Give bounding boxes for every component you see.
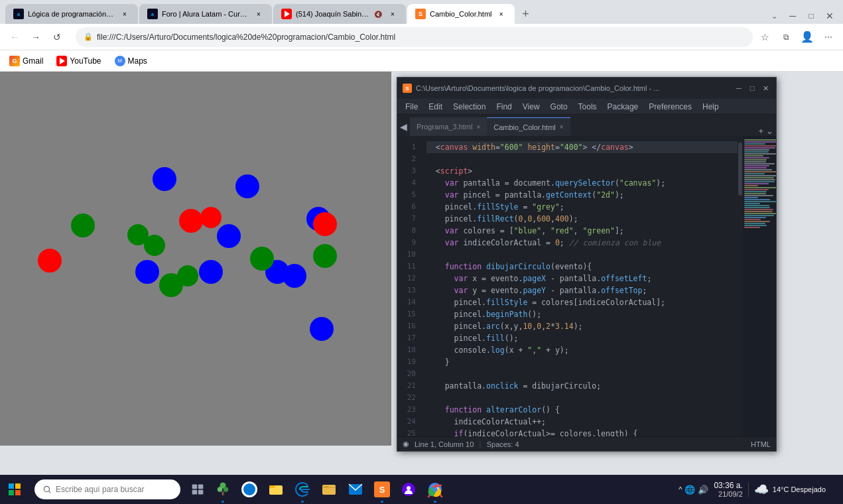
minimap-line — [744, 175, 776, 176]
tab-2-favicon: a — [147, 9, 158, 19]
tab-3-close[interactable]: × — [387, 9, 398, 19]
minimap-line — [744, 155, 763, 157]
menu-find[interactable]: Find — [491, 99, 517, 114]
window-maximize-button[interactable]: □ — [803, 8, 819, 24]
sublime-tab-2[interactable]: Cambio_Color.html × — [487, 117, 570, 136]
tab-1[interactable]: a Lógica de programación parte 3... × — [5, 4, 138, 24]
new-tab-button[interactable]: + — [516, 4, 536, 24]
tab-4-favicon: S — [415, 9, 426, 19]
address-bar[interactable]: 🔒 file:///C:/Users/Arturo/Documents/logi… — [76, 27, 753, 47]
start-button[interactable] — [0, 475, 29, 504]
sublime-tab-1-close[interactable]: × — [476, 123, 480, 131]
extensions-button[interactable]: ⧉ — [777, 28, 795, 46]
code-content[interactable]: <canvas width="600" height="400"> </canv… — [421, 136, 738, 436]
line-number: 16 — [397, 320, 421, 332]
sublime-active-indicator — [381, 501, 383, 503]
sublime-tab-2-close[interactable]: × — [560, 123, 564, 131]
window-close-button[interactable]: ✕ — [822, 8, 838, 24]
nav-bar: ← → ↺ 🔒 file:///C:/Users/Arturo/Document… — [0, 24, 843, 50]
tab-1-close[interactable]: × — [119, 9, 130, 19]
line-number: 17 — [397, 332, 421, 344]
tab-4-close[interactable]: × — [496, 9, 507, 19]
edge-active-indicator — [301, 501, 304, 503]
tab-3[interactable]: (514) Joaquín Sabina - 19 Di... 🔇 × — [273, 4, 406, 24]
sublime-tab-list-button[interactable]: ⌄ — [766, 126, 773, 136]
status-separator-1: | — [479, 439, 481, 449]
status-indicator: ◉ — [403, 440, 409, 448]
taskbar-app-edge[interactable] — [289, 475, 316, 504]
code-line: function alterarColor() { — [426, 404, 738, 416]
taskbar-app-cortana[interactable] — [236, 475, 263, 504]
sublime-new-tab-button[interactable]: + — [758, 126, 763, 136]
line-number: 6 — [397, 201, 421, 213]
minimap-line — [744, 151, 769, 153]
sublime-minimize-button[interactable]: ─ — [734, 83, 744, 94]
code-line: if(indiceColorActual>= colores.length) { — [426, 428, 738, 436]
menu-help[interactable]: Help — [697, 99, 724, 114]
sublime-maximize-button[interactable]: □ — [747, 83, 757, 94]
sublime-tab-nav-left[interactable]: ◀ — [400, 121, 407, 132]
code-editor[interactable]: 1234567891011121314151617181920212223242… — [397, 136, 743, 436]
minimap-line — [744, 197, 758, 198]
tab-search-button[interactable]: ⌄ — [766, 8, 782, 24]
canvas-preview[interactable] — [0, 72, 391, 446]
taskbar-app-chrome[interactable] — [422, 475, 448, 504]
bookmark-maps[interactable]: M Maps — [111, 54, 151, 68]
bookmark-button[interactable]: ☆ — [755, 28, 774, 46]
menu-package[interactable]: Package — [602, 99, 644, 114]
bookmark-gmail-label: Gmail — [23, 56, 43, 66]
tab-4-label: Cambio_Color.html — [430, 10, 492, 18]
sublime-menu-bar: File Edit Selection Find View Goto Tools… — [397, 99, 776, 115]
menu-file[interactable]: File — [400, 99, 423, 114]
menu-tools[interactable]: Tools — [573, 99, 602, 114]
bookmark-gmail[interactable]: G Gmail — [5, 54, 47, 68]
taskbar-app-explorer[interactable] — [263, 475, 289, 504]
clock[interactable]: 03:36 a. 21/09/2 — [714, 481, 742, 498]
profile-button[interactable]: 👤 — [798, 28, 816, 46]
menu-edit[interactable]: Edit — [423, 99, 448, 114]
code-line: var indiceColorActual = 0; // comienza c… — [426, 237, 738, 249]
bookmark-youtube[interactable]: YouTube — [52, 54, 105, 68]
taskbar-app-file-explorer[interactable] — [316, 475, 342, 504]
window-minimize-button[interactable]: ─ — [785, 8, 801, 24]
scrollbar[interactable] — [738, 136, 743, 436]
cortana-icon — [241, 481, 257, 497]
tab-2-close[interactable]: × — [253, 9, 264, 19]
taskbar-app-agent[interactable] — [395, 475, 422, 504]
show-desktop-button[interactable] — [831, 475, 835, 504]
taskbar-app-sublime[interactable]: S — [369, 475, 395, 504]
tab-2[interactable]: a Foro | Alura Latam - Cursos onli... × — [139, 4, 272, 24]
line-number: 24 — [397, 416, 421, 428]
menu-goto[interactable]: Goto — [545, 99, 573, 114]
line-number: 2 — [397, 153, 421, 165]
menu-selection[interactable]: Selection — [448, 99, 491, 114]
minimap-line — [744, 205, 769, 206]
scrollbar-thumb[interactable] — [738, 143, 742, 196]
menu-view[interactable]: View — [517, 99, 545, 114]
canvas-circle — [313, 244, 337, 268]
network-icon: 🌐 — [684, 485, 695, 495]
forward-button[interactable]: → — [27, 28, 45, 46]
mail-icon — [348, 481, 363, 497]
menu-preferences[interactable]: Preferences — [643, 99, 697, 114]
minimap-line — [744, 149, 769, 151]
taskbar-app-tree[interactable] — [210, 475, 236, 504]
minimap-line — [744, 191, 767, 192]
chrome-icon — [427, 481, 443, 497]
sublime-tab-1[interactable]: Programa_3.html × — [410, 117, 487, 136]
taskbar-app-mail[interactable] — [342, 475, 369, 504]
back-button[interactable]: ← — [5, 28, 24, 46]
sublime-close-button[interactable]: ✕ — [760, 83, 771, 94]
task-view-button[interactable] — [186, 475, 210, 504]
sys-tray-icons: ^ 🌐 🔊 — [679, 485, 708, 495]
menu-button[interactable]: ⋯ — [819, 28, 838, 46]
taskbar-search-input[interactable] — [56, 485, 172, 494]
tray-chevron[interactable]: ^ — [679, 485, 682, 493]
reload-button[interactable]: ↺ — [48, 28, 66, 46]
tab-3-favicon — [281, 9, 292, 19]
tab-4[interactable]: S Cambio_Color.html × — [407, 4, 515, 24]
line-number: 18 — [397, 344, 421, 356]
line-number: 19 — [397, 356, 421, 368]
taskbar-search[interactable] — [34, 479, 180, 499]
canvas-circle — [179, 209, 203, 233]
